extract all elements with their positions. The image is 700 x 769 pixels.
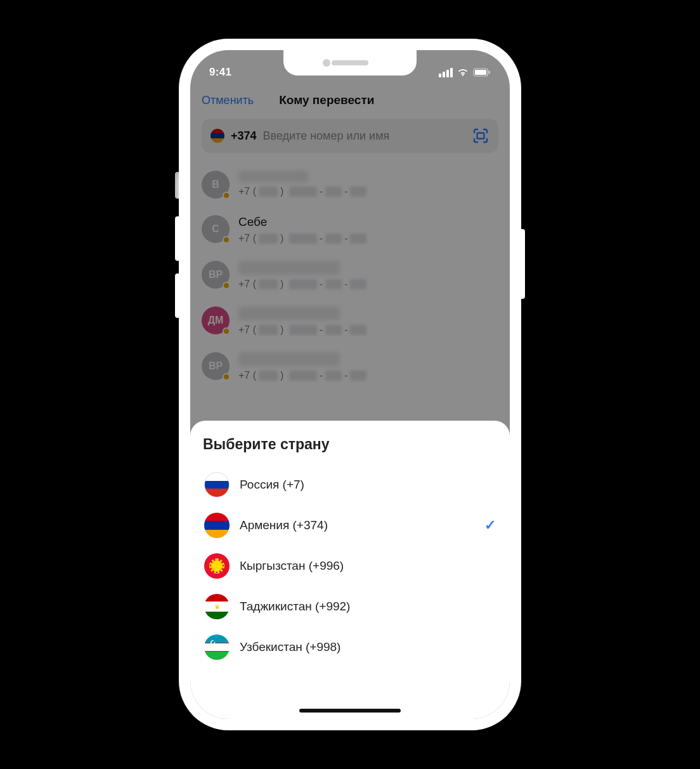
status-time: 9:41	[209, 66, 231, 79]
flag-armenia-icon	[204, 513, 230, 538]
battery-icon	[473, 68, 491, 77]
country-label: Узбекистан (+998)	[240, 640, 496, 654]
contacts-list: В +7 () -- С Себе +7 () --	[190, 164, 510, 391]
contact-name-redacted	[238, 171, 308, 182]
svg-rect-3	[477, 133, 484, 139]
contact-row[interactable]: В +7 () --	[202, 164, 498, 209]
contact-phone: +7 () --	[238, 324, 366, 336]
nav-bar: Отменить Кому перевести	[190, 86, 510, 116]
contact-phone: +7 () --	[238, 233, 366, 244]
avatar: В	[202, 171, 230, 199]
country-picker-sheet: Выберите страну Россия (+7) Армения (+37…	[190, 421, 510, 719]
sheet-title: Выберите страну	[203, 436, 497, 453]
flag-tajikistan-icon	[204, 594, 230, 619]
contact-row[interactable]: С Себе +7 () --	[202, 209, 498, 254]
side-button	[175, 172, 179, 199]
side-button	[175, 216, 179, 261]
search-input[interactable]: Введите номер или имя	[263, 129, 465, 143]
svg-rect-1	[475, 70, 486, 75]
contact-row[interactable]: ДМ +7 () --	[202, 300, 498, 346]
country-option-uzbekistan[interactable]: Узбекистан (+998)	[203, 627, 497, 667]
flag-russia-icon	[204, 472, 230, 497]
home-indicator[interactable]	[299, 709, 401, 713]
svg-rect-2	[489, 71, 490, 74]
country-label: Кыргызстан (+996)	[240, 559, 496, 573]
contact-row[interactable]: ВР +7 () --	[202, 254, 498, 300]
avatar: ВР	[202, 261, 230, 289]
country-label: Армения (+374)	[240, 518, 474, 532]
contact-row[interactable]: ВР +7 () --	[202, 346, 498, 391]
country-label: Таджикистан (+992)	[240, 600, 496, 614]
notch	[283, 50, 417, 76]
wifi-icon	[457, 68, 469, 77]
phone-frame: 9:41 Отменить Кому перевести +374 Введит…	[179, 39, 521, 730]
contact-phone: +7 () --	[238, 279, 366, 290]
country-option-russia[interactable]: Россия (+7)	[203, 464, 497, 505]
country-code[interactable]: +374	[231, 129, 257, 143]
country-label: Россия (+7)	[240, 478, 496, 492]
avatar: ВР	[202, 352, 230, 380]
country-option-armenia[interactable]: Армения (+374) ✓	[203, 505, 497, 546]
cellular-icon	[439, 68, 453, 77]
contact-phone: +7 () --	[238, 186, 366, 197]
cancel-button[interactable]: Отменить	[202, 94, 254, 107]
contact-phone: +7 () --	[238, 370, 366, 381]
scan-card-icon[interactable]	[472, 127, 489, 145]
phone-search-field[interactable]: +374 Введите номер или имя	[202, 119, 498, 153]
contact-name-redacted	[238, 306, 340, 320]
country-flag-icon[interactable]	[211, 129, 224, 143]
country-option-tajikistan[interactable]: Таджикистан (+992)	[203, 586, 497, 627]
screen: 9:41 Отменить Кому перевести +374 Введит…	[190, 50, 510, 719]
flag-kyrgyzstan-icon	[204, 553, 230, 579]
avatar: ДМ	[202, 306, 230, 334]
contact-name-redacted	[238, 261, 340, 275]
flag-uzbekistan-icon	[204, 634, 230, 660]
side-button	[175, 273, 179, 318]
checkmark-icon: ✓	[484, 517, 496, 534]
avatar: С	[202, 215, 230, 243]
contact-name-redacted	[238, 352, 340, 366]
country-option-kyrgyzstan[interactable]: Кыргызстан (+996)	[203, 546, 497, 586]
page-title: Кому перевести	[279, 93, 374, 107]
contact-name: Себе	[238, 215, 366, 229]
side-button	[521, 229, 525, 299]
